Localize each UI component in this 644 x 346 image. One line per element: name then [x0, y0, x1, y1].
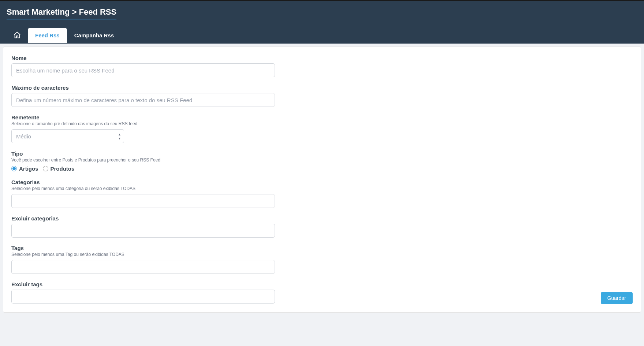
form-group-tags: Tags Selecione pelo menos uma Tag ou ser…	[11, 245, 633, 274]
page-title: Smart Marketing > Feed RSS	[7, 7, 116, 19]
footer-row: Guardar	[11, 290, 633, 304]
excluir-tags-label: Excluir tags	[11, 281, 633, 287]
radio-artigos[interactable]: Artigos	[11, 165, 38, 172]
form-group-max-chars: Máximo de caracteres	[11, 85, 633, 107]
categorias-label: Categorias	[11, 179, 633, 185]
tipo-radio-group: Artigos Produtos	[11, 165, 633, 172]
save-button[interactable]: Guardar	[601, 292, 633, 304]
nome-input[interactable]	[11, 63, 275, 77]
tab-campanha-rss[interactable]: Campanha Rss	[67, 28, 121, 43]
tags-label: Tags	[11, 245, 633, 251]
tab-feed-rss[interactable]: Feed Rss	[28, 28, 67, 43]
max-chars-input[interactable]	[11, 93, 275, 107]
excluir-categorias-label: Excluir categorias	[11, 215, 633, 222]
remetente-hint: Selecione o tamanho pré definido das ima…	[11, 121, 633, 126]
remetente-select-wrapper: Médio ▴▾	[11, 129, 124, 143]
radio-artigos-input[interactable]	[11, 166, 17, 171]
tipo-hint: Você pode escolher entre Posts e Produto…	[11, 157, 633, 163]
remetente-label: Remetente	[11, 114, 633, 120]
header: Smart Marketing > Feed RSS Feed Rss Camp…	[0, 1, 644, 44]
form-group-nome: Nome	[11, 55, 633, 77]
content-panel: Nome Máximo de caracteres Remetente Sele…	[3, 46, 641, 313]
categorias-input[interactable]	[11, 194, 275, 208]
radio-produtos-label: Produtos	[51, 165, 75, 172]
content-wrapper: Nome Máximo de caracteres Remetente Sele…	[0, 44, 644, 316]
categorias-hint: Selecione pelo menos uma categoria ou se…	[11, 186, 633, 191]
remetente-select[interactable]: Médio	[11, 129, 124, 143]
form-group-categorias: Categorias Selecione pelo menos uma cate…	[11, 179, 633, 208]
excluir-categorias-input[interactable]	[11, 224, 275, 238]
radio-produtos[interactable]: Produtos	[43, 165, 75, 172]
form-group-remetente: Remetente Selecione o tamanho pré defini…	[11, 114, 633, 143]
radio-artigos-label: Artigos	[19, 165, 38, 172]
max-chars-label: Máximo de caracteres	[11, 85, 633, 91]
tags-input[interactable]	[11, 260, 275, 274]
nome-label: Nome	[11, 55, 633, 61]
form-group-excluir-categorias: Excluir categorias	[11, 215, 633, 238]
form-group-tipo: Tipo Você pode escolher entre Posts e Pr…	[11, 150, 633, 172]
home-icon[interactable]	[7, 27, 28, 44]
tabs-row: Feed Rss Campanha Rss	[7, 27, 637, 44]
tags-hint: Selecione pelo menos uma Tag ou serão ex…	[11, 252, 633, 257]
tipo-label: Tipo	[11, 150, 633, 157]
radio-produtos-input[interactable]	[43, 166, 48, 171]
